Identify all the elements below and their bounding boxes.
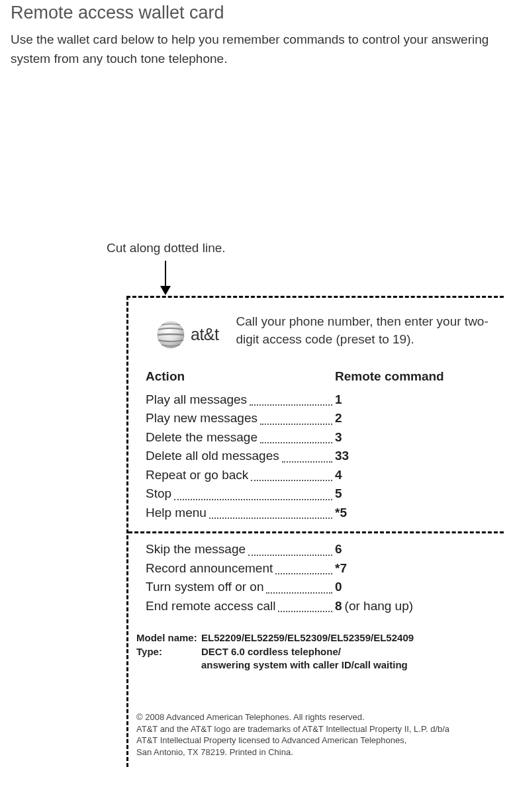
call-instruction: Call your phone number, then enter your …	[236, 312, 498, 349]
cut-instruction: Cut along dotted line.	[107, 241, 502, 255]
command-row: Delete all old messages33	[146, 447, 498, 466]
command-code: 4	[335, 466, 342, 485]
command-row: Turn system off or on0	[146, 578, 498, 597]
command-code: 8	[335, 597, 342, 616]
command-code: 6	[335, 540, 342, 559]
command-row: Skip the message6	[146, 540, 498, 559]
command-code: *5	[335, 504, 347, 523]
command-code: 33	[335, 447, 349, 466]
command-code: 0	[335, 578, 342, 597]
command-group-1: Play all messages1 Play new messages2 De…	[146, 390, 498, 523]
arrow-icon	[158, 259, 502, 296]
logo-text: at&t	[191, 325, 218, 344]
command-row: Record announcement*7	[146, 559, 498, 578]
command-action: Skip the message	[146, 540, 246, 559]
command-action: End remote access call	[146, 597, 275, 616]
command-code: 1	[335, 390, 342, 410]
att-logo: at&t	[156, 320, 218, 349]
command-code: 5	[335, 484, 342, 504]
model-block: Model name: EL52209/EL52259/EL52309/EL52…	[136, 631, 498, 672]
command-action: Record announcement	[146, 559, 273, 578]
command-header: Action Remote command	[146, 369, 498, 384]
command-code: 3	[335, 428, 342, 447]
card-top-row: at&t Call your phone number, then enter …	[146, 312, 498, 349]
command-code: 2	[335, 409, 342, 428]
intro-text: Use the wallet card below to help you re…	[11, 30, 502, 69]
legal-line: © 2008 Advanced American Telephones. All…	[136, 711, 498, 723]
command-row: Repeat or go back4	[146, 466, 498, 485]
command-group-2: Skip the message6 Record announcement*7 …	[146, 540, 498, 615]
command-row: Help menu*5	[146, 504, 498, 523]
type-value-1: DECT 6.0 cordless telephone/	[201, 645, 341, 658]
command-row: Stop5	[146, 484, 498, 504]
command-action: Stop	[146, 484, 171, 504]
fold-line	[128, 531, 504, 533]
command-code: *7	[335, 559, 347, 578]
legal-line: AT&T and the AT&T logo are trademarks of…	[136, 723, 498, 735]
globe-icon	[156, 320, 185, 349]
page-title: Remote access wallet card	[11, 3, 502, 23]
model-label: Model name:	[136, 631, 201, 645]
command-action: Delete all old messages	[146, 447, 279, 466]
legal-line: AT&T Intellectual Property licensed to A…	[136, 735, 498, 746]
command-row: End remote access call8 (or hang up)	[146, 597, 498, 616]
command-row: Play all messages1	[146, 390, 498, 410]
command-action: Play all messages	[146, 390, 247, 410]
command-action: Delete the message	[146, 428, 257, 447]
command-row: Play new messages2	[146, 409, 498, 428]
command-action: Play new messages	[146, 409, 257, 428]
header-action: Action	[146, 369, 335, 384]
header-command: Remote command	[335, 369, 444, 384]
type-label: Type:	[136, 645, 201, 658]
command-action: Repeat or go back	[146, 466, 248, 485]
type-value-2: answering system with caller ID/call wai…	[201, 658, 408, 672]
wallet-card: at&t Call your phone number, then enter …	[126, 296, 504, 767]
model-value: EL52209/EL52259/EL52309/EL52359/EL52409	[201, 631, 414, 645]
command-action: Turn system off or on	[146, 578, 263, 597]
svg-marker-1	[160, 286, 171, 295]
command-row: Delete the message3	[146, 428, 498, 447]
command-extra: (or hang up)	[345, 597, 414, 616]
command-action: Help menu	[146, 504, 207, 523]
legal-line: San Antonio, TX 78219. Printed in China.	[136, 746, 498, 758]
legal-text: © 2008 Advanced American Telephones. All…	[136, 711, 498, 758]
